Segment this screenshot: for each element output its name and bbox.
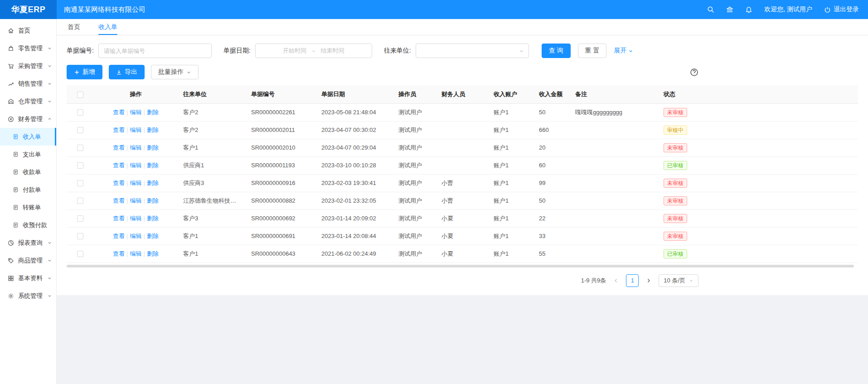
cell-bill-date: 2021-06-02 00:24:49 <box>316 245 393 262</box>
view-link[interactable]: 查看 <box>113 197 125 204</box>
cell-income-amount: 20 <box>533 139 570 156</box>
table-row: 查看|编辑|删除客户2SR000000022612023-05-08 21:48… <box>67 103 858 121</box>
header-icon-group <box>707 6 752 13</box>
date-range-input[interactable]: 开始时间 ~ 结束时间 <box>255 44 372 58</box>
edit-link[interactable]: 编辑 <box>130 144 142 151</box>
view-link[interactable]: 查看 <box>113 144 125 151</box>
sidebar-item-system[interactable]: 系统管理 <box>0 287 56 305</box>
row-checkbox[interactable] <box>77 109 83 116</box>
current-page-button[interactable]: 1 <box>626 274 639 287</box>
delete-link[interactable]: 删除 <box>147 250 159 257</box>
edit-link[interactable]: 编辑 <box>130 197 142 204</box>
doc-icon <box>13 151 19 157</box>
delete-link[interactable]: 删除 <box>147 144 159 151</box>
row-checkbox[interactable] <box>77 180 83 186</box>
app-logo[interactable]: 华夏ERP <box>0 0 57 19</box>
sidebar-item-prepayment[interactable]: 收预付款 <box>0 216 56 234</box>
date-separator: ~ <box>312 48 315 54</box>
logout-button[interactable]: 退出登录 <box>824 5 859 14</box>
view-link[interactable]: 查看 <box>113 233 125 239</box>
toolbar: 新增 导出 批量操作 <box>67 65 858 79</box>
edit-link[interactable]: 编辑 <box>130 162 142 169</box>
next-page-button[interactable] <box>642 274 655 287</box>
prev-page-button[interactable] <box>610 274 622 287</box>
unit-select[interactable] <box>416 44 529 58</box>
edit-link[interactable]: 编辑 <box>130 250 142 257</box>
status-cell: 审核中 <box>658 121 858 139</box>
help-icon[interactable] <box>690 68 698 77</box>
status-cell: 未审核 <box>658 103 858 121</box>
table-row: 查看|编辑|删除客户1SR000000020102023-04-07 00:29… <box>67 139 858 156</box>
row-checkbox[interactable] <box>77 145 83 151</box>
cell-bill-date: 2023-01-14 20:08:44 <box>316 227 393 245</box>
edit-link[interactable]: 编辑 <box>130 109 142 116</box>
sidebar-item-warehouse[interactable]: 仓库管理 <box>0 92 56 110</box>
row-checkbox[interactable] <box>77 251 83 257</box>
sidebar-item-income-order[interactable]: 收入单 <box>0 128 56 146</box>
cell-unit: 供应商3 <box>178 174 246 192</box>
sidebar-item-sales[interactable]: 销售管理 <box>0 75 56 92</box>
bell-icon[interactable] <box>745 6 752 13</box>
row-checkbox[interactable] <box>77 162 83 169</box>
status-cell: 未审核 <box>658 227 858 245</box>
delete-link[interactable]: 删除 <box>147 162 159 169</box>
row-checkbox[interactable] <box>77 233 83 239</box>
delete-link[interactable]: 删除 <box>147 180 159 186</box>
column-header-4: 操作员 <box>393 85 436 103</box>
date-end-placeholder: 结束时间 <box>321 47 344 55</box>
edit-link[interactable]: 编辑 <box>130 233 142 239</box>
sidebar-item-basic[interactable]: 基本资料 <box>0 269 56 287</box>
export-button[interactable]: 导出 <box>109 65 145 79</box>
sidebar-item-product[interactable]: 商品管理 <box>0 252 56 269</box>
select-all-checkbox[interactable] <box>77 92 83 98</box>
sidebar-item-finance[interactable]: 财务管理 <box>0 110 56 128</box>
sidebar-item-purchase[interactable]: 采购管理 <box>0 57 56 75</box>
delete-link[interactable]: 删除 <box>147 215 159 222</box>
sidebar-item-report[interactable]: 报表查询 <box>0 234 56 252</box>
sidebar-item-payment-order[interactable]: 付款单 <box>0 181 56 199</box>
batch-button[interactable]: 批量操作 <box>151 65 199 79</box>
bank-icon[interactable] <box>726 6 733 13</box>
bill-no-input[interactable] <box>98 44 212 58</box>
cell-bill-no: SR00000000643 <box>246 245 316 262</box>
edit-link[interactable]: 编辑 <box>130 180 142 186</box>
reset-button[interactable]: 重 置 <box>578 44 607 58</box>
page-size-select[interactable]: 10 条/页 <box>659 274 698 287</box>
horizontal-scrollbar[interactable] <box>67 264 858 268</box>
chevron-up-icon <box>47 117 52 122</box>
tab-income-order[interactable]: 收入单 <box>98 19 117 35</box>
add-button[interactable]: 新增 <box>67 65 102 79</box>
scrollbar-thumb[interactable] <box>67 265 854 267</box>
view-link[interactable]: 查看 <box>113 250 125 257</box>
row-checkbox[interactable] <box>77 127 83 133</box>
chevron-down-icon <box>689 278 693 283</box>
delete-link[interactable]: 删除 <box>147 197 159 204</box>
cell-unit: 客户1 <box>178 139 246 156</box>
sidebar-item-retail[interactable]: 零售管理 <box>0 39 56 57</box>
checkbox-cell <box>67 139 94 156</box>
edit-link[interactable]: 编辑 <box>130 126 142 133</box>
sidebar-item-home[interactable]: 首页 <box>0 22 56 39</box>
view-link[interactable]: 查看 <box>113 109 125 116</box>
delete-link[interactable]: 删除 <box>147 109 159 116</box>
app-header: 华夏ERP 南通某某网络科技有限公司 欢迎您, 测试用户 退出登录 <box>0 0 868 19</box>
page-size-label: 10 条/页 <box>664 277 685 285</box>
delete-link[interactable]: 删除 <box>147 233 159 239</box>
tab-home[interactable]: 首页 <box>68 19 80 35</box>
view-link[interactable]: 查看 <box>113 180 125 186</box>
sidebar-item-transfer-order[interactable]: 转账单 <box>0 199 56 216</box>
view-link[interactable]: 查看 <box>113 162 125 169</box>
edit-link[interactable]: 编辑 <box>130 215 142 222</box>
row-checkbox[interactable] <box>77 215 83 222</box>
view-link[interactable]: 查看 <box>113 126 125 133</box>
delete-link[interactable]: 删除 <box>147 126 159 133</box>
search-icon[interactable] <box>707 6 714 13</box>
expand-link[interactable]: 展开 <box>614 47 633 55</box>
cell-income-amount: 33 <box>533 227 570 245</box>
sidebar-item-receipt-order[interactable]: 收款单 <box>0 163 56 181</box>
sidebar-item-expense-order[interactable]: 支出单 <box>0 146 56 163</box>
row-checkbox[interactable] <box>77 198 83 204</box>
doc-icon <box>13 134 19 140</box>
search-button[interactable]: 查 询 <box>542 44 571 58</box>
view-link[interactable]: 查看 <box>113 215 125 222</box>
